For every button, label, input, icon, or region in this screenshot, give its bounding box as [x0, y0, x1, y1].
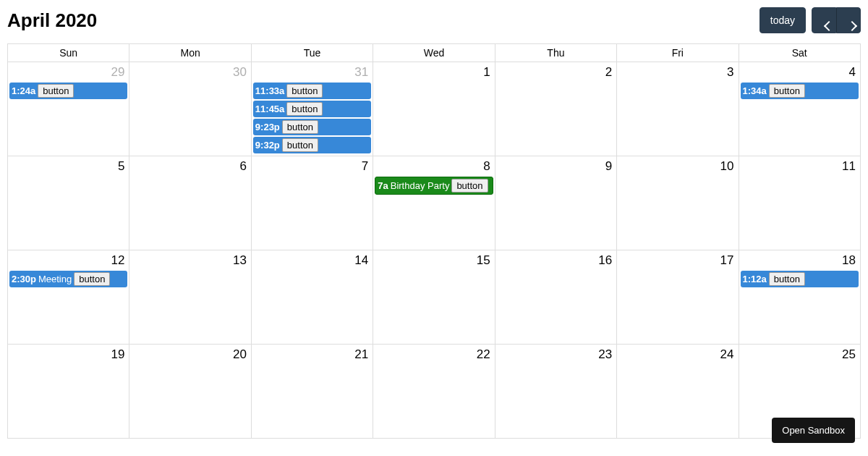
calendar-event[interactable]: 1:34abutton: [741, 83, 859, 99]
day-events: 1:12abutton: [739, 271, 860, 287]
day-number: 3: [617, 62, 738, 81]
day-events: 2:30pMeetingbutton: [8, 271, 129, 287]
event-time: 11:33a: [255, 85, 284, 96]
day-number: 9: [495, 156, 616, 175]
event-time: 1:34a: [743, 85, 767, 96]
event-time: 7a: [378, 180, 388, 191]
day-number: 7: [252, 156, 373, 175]
day-number: 20: [129, 345, 250, 363]
day-number: 29: [8, 62, 129, 81]
calendar-day-cell[interactable]: 122:30pMeetingbutton: [8, 250, 129, 345]
event-action-button[interactable]: button: [769, 84, 805, 98]
calendar-event[interactable]: 9:32pbutton: [253, 137, 371, 153]
day-number: 25: [739, 345, 860, 363]
day-number: 31: [252, 62, 373, 81]
calendar-event[interactable]: 7aBirthday Partybutton: [375, 177, 493, 195]
calendar-day-cell[interactable]: 6: [129, 156, 251, 250]
calendar-day-cell[interactable]: 181:12abutton: [739, 250, 860, 345]
calendar-day-cell[interactable]: 22: [373, 345, 495, 439]
calendar-day-cell[interactable]: 7: [251, 156, 373, 250]
calendar-week-row: 56787aBirthday Partybutton91011: [8, 156, 861, 250]
calendar-day-cell[interactable]: 3: [617, 62, 739, 156]
day-header: Sun: [8, 44, 129, 62]
calendar-event[interactable]: 2:30pMeetingbutton: [9, 271, 127, 287]
event-action-button[interactable]: button: [286, 102, 323, 116]
calendar-day-cell[interactable]: 291:24abutton: [8, 62, 129, 156]
calendar-day-cell[interactable]: 10: [617, 156, 739, 250]
calendar-day-cell[interactable]: 23: [495, 345, 616, 439]
day-events: 11:33abutton11:45abutton9:23pbutton9:32p…: [252, 83, 373, 153]
day-events: 1:24abutton: [8, 83, 129, 99]
day-header: Sat: [739, 44, 860, 62]
day-number: 30: [129, 62, 250, 81]
calendar-day-cell[interactable]: 21: [251, 345, 373, 439]
calendar-event[interactable]: 11:33abutton: [253, 83, 371, 99]
today-button[interactable]: today: [760, 7, 806, 33]
event-time: 1:12a: [743, 274, 767, 284]
calendar-day-cell[interactable]: 13: [129, 250, 251, 345]
day-number: 15: [373, 250, 494, 269]
event-action-button[interactable]: button: [282, 138, 318, 152]
event-action-button[interactable]: button: [451, 179, 488, 193]
calendar-day-cell[interactable]: 1: [373, 62, 495, 156]
day-number: 13: [129, 250, 250, 269]
calendar-day-cell[interactable]: 2: [495, 62, 616, 156]
event-time: 2:30p: [12, 274, 36, 284]
day-number: 2: [495, 62, 616, 81]
event-action-button[interactable]: button: [286, 84, 323, 98]
toolbar-right: today: [760, 7, 861, 33]
event-action-button[interactable]: button: [769, 272, 805, 286]
calendar-day-cell[interactable]: 14: [251, 250, 373, 345]
day-number: 17: [617, 250, 738, 269]
calendar-week-row: 19202122232425: [8, 345, 861, 439]
day-header: Mon: [129, 44, 251, 62]
prev-button[interactable]: [812, 7, 836, 33]
calendar-day-cell[interactable]: 87aBirthday Partybutton: [373, 156, 495, 250]
day-number: 4: [739, 62, 860, 81]
calendar-day-cell[interactable]: 15: [373, 250, 495, 345]
day-number: 10: [617, 156, 738, 175]
calendar-day-cell[interactable]: 20: [129, 345, 251, 439]
day-number: 5: [8, 156, 129, 175]
calendar-week-row: 291:24abutton303111:33abutton11:45abutto…: [8, 62, 861, 156]
event-time: 1:24a: [12, 85, 35, 96]
event-action-button[interactable]: button: [282, 120, 318, 134]
calendar-day-cell[interactable]: 11: [739, 156, 860, 250]
day-header: Tue: [251, 44, 373, 62]
day-number: 6: [129, 156, 250, 175]
day-header-row: Sun Mon Tue Wed Thu Fri Sat: [8, 44, 861, 62]
day-number: 21: [252, 345, 373, 363]
next-button[interactable]: [836, 7, 861, 33]
event-action-button[interactable]: button: [38, 84, 74, 98]
calendar-day-cell[interactable]: 17: [617, 250, 739, 345]
calendar-event[interactable]: 11:45abutton: [253, 101, 371, 117]
calendar-grid: Sun Mon Tue Wed Thu Fri Sat 291:24abutto…: [7, 43, 861, 439]
calendar-event[interactable]: 9:23pbutton: [253, 119, 371, 135]
day-number: 14: [252, 250, 373, 269]
day-number: 22: [373, 345, 494, 363]
calendar-day-cell[interactable]: 24: [617, 345, 739, 439]
day-number: 1: [373, 62, 494, 81]
calendar-day-cell[interactable]: 9: [495, 156, 616, 250]
day-number: 12: [8, 250, 129, 269]
calendar-event[interactable]: 1:24abutton: [9, 83, 127, 99]
day-number: 23: [495, 345, 616, 363]
calendar-day-cell[interactable]: 19: [8, 345, 129, 439]
nav-button-group: [812, 7, 861, 33]
calendar-day-cell[interactable]: 30: [129, 62, 251, 156]
event-time: 9:23p: [255, 122, 280, 132]
event-time: 9:32p: [255, 140, 280, 151]
day-header: Thu: [495, 44, 616, 62]
event-title: Meeting: [38, 274, 72, 284]
open-sandbox-button[interactable]: Open Sandbox: [772, 418, 855, 439]
calendar-day-cell[interactable]: 5: [8, 156, 129, 250]
event-action-button[interactable]: button: [74, 272, 110, 286]
calendar-event[interactable]: 1:12abutton: [741, 271, 859, 287]
calendar-day-cell[interactable]: 3111:33abutton11:45abutton9:23pbutton9:3…: [251, 62, 373, 156]
toolbar: April 2020 today: [0, 0, 868, 43]
calendar-day-cell[interactable]: 16: [495, 250, 616, 345]
day-number: 18: [739, 250, 860, 269]
calendar-day-cell[interactable]: 41:34abutton: [739, 62, 860, 156]
day-events: 1:34abutton: [739, 83, 860, 99]
day-number: 24: [617, 345, 738, 363]
